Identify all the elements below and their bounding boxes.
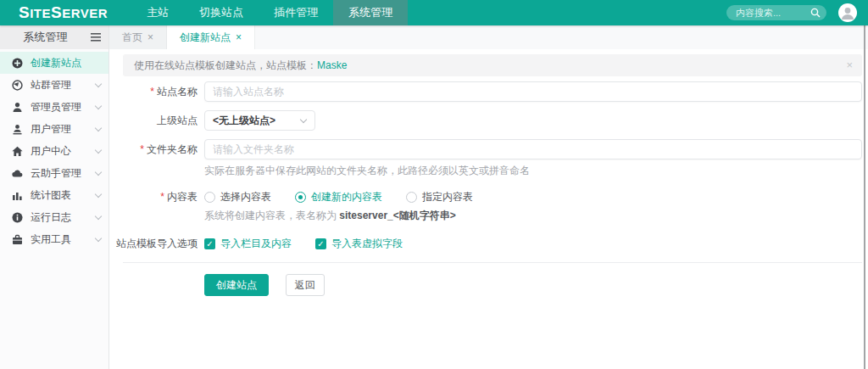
parent-site-value: <无上级站点> [213,115,275,126]
sidebar-item-user-center[interactable]: 用户中心 [0,140,108,162]
chevron-down-icon [300,116,307,123]
admin-user-icon [11,102,24,113]
folder-name-label: * 文件夹名称 [123,139,198,159]
checkbox-import-channels-content[interactable]: ✓ 导入栏目及内容 [204,237,292,251]
folder-name-help: 实际在服务器中保存此网站的文件夹名称，此路径必须以英文或拼音命名 [204,164,862,178]
user-avatar-icon [838,3,857,22]
checkbox-import-virtual-fields[interactable]: ✓ 导入表虚拟字段 [315,237,403,251]
sidebar-item-label: 用户中心 [31,144,71,159]
plus-circle-icon [11,58,24,69]
sidebar-header: 系统管理 [0,25,108,49]
sidebar-title: 系统管理 [0,30,91,45]
hamburger-icon[interactable] [91,33,101,42]
sidebar-item-create-site[interactable]: 创建新站点 [0,52,108,74]
sidebar-item-label: 运行日志 [31,210,71,225]
user-avatar[interactable] [838,3,857,22]
create-site-button[interactable]: 创建站点 [204,274,269,296]
chevron-down-icon [95,102,102,109]
template-info-banner: 使用在线站点模板创建站点，站点模板：Maske × [123,54,862,76]
sidebar-item-utilities[interactable]: 实用工具 [0,228,108,250]
chevron-down-icon [95,124,102,131]
radio-create-new-content-table[interactable]: 创建新的内容表 [295,190,382,204]
chevron-down-icon [95,146,102,153]
sidebar-item-admin-management[interactable]: 管理员管理 [0,96,108,118]
globe-icon [11,80,24,91]
content-table-label: * 内容表 [123,190,198,204]
nav-item-switch-site[interactable]: 切换站点 [184,0,259,25]
sidebar: 系统管理 创建新站点 站群管理 管理员管理 用户管理 [0,25,109,369]
sidebar-item-label: 实用工具 [31,232,71,247]
banner-text: 使用在线站点模板创建站点，站点模板： [134,59,317,71]
template-name-link[interactable]: Maske [317,59,347,71]
table-name-placeholder: siteserver_<随机字符串> [339,210,455,221]
tab-close-icon[interactable]: × [147,31,153,43]
logo-text-server: Server [51,3,108,22]
tab-label: 首页 [122,31,142,43]
sidebar-item-label: 用户管理 [31,122,71,137]
site-name-row: * 站点名称 [123,81,862,102]
content-table-row: * 内容表 选择内容表 创建新的内容表 [123,190,862,223]
parent-site-label: 上级站点 [123,114,198,128]
sidebar-menu: 创建新站点 站群管理 管理员管理 用户管理 用户中心 [0,49,108,250]
nav-item-plugin-management[interactable]: 插件管理 [259,0,333,25]
form-divider [123,262,862,263]
tab-close-icon[interactable]: × [236,31,242,43]
vertical-scrollbar[interactable] [864,25,865,369]
required-mark: * [160,191,164,203]
required-mark: * [140,143,144,155]
required-mark: * [150,86,154,98]
radio-icon [406,192,417,203]
banner-close-icon[interactable]: × [846,54,853,76]
main-area: 首页× 创建新站点× 使用在线站点模板创建站点，站点模板：Maske × * 站… [109,25,868,369]
nav-item-system-management[interactable]: 系统管理 [333,0,408,25]
site-name-input[interactable] [204,81,862,102]
checkbox-checked-icon: ✓ [315,238,326,249]
bar-chart-icon [11,190,24,201]
chevron-down-icon [95,234,102,241]
import-options-checkbox-group: ✓ 导入栏目及内容 ✓ 导入表虚拟字段 [204,237,862,251]
sidebar-item-site-group[interactable]: 站群管理 [0,74,108,96]
parent-site-select[interactable]: <无上级站点> [204,110,315,131]
chevron-down-icon [95,80,102,87]
radio-select-content-table[interactable]: 选择内容表 [204,190,271,204]
folder-name-row: * 文件夹名称 实际在服务器中保存此网站的文件夹名称，此路径必须以英文或拼音命名 [123,139,862,178]
sidebar-item-statistics[interactable]: 统计图表 [0,184,108,206]
sidebar-item-label: 管理员管理 [31,100,81,115]
home-icon [11,146,24,157]
tab-label: 创建新站点 [180,31,231,43]
tab-create-site[interactable]: 创建新站点× [167,25,255,49]
siteserver-logo[interactable]: SiteServer [19,3,108,22]
sidebar-item-user-management[interactable]: 用户管理 [0,118,108,140]
import-options-label: 站点模板导入选项 [123,237,198,251]
logo-text-site: Site [19,3,51,22]
chevron-down-icon [95,212,102,219]
content-search-box[interactable] [726,5,826,20]
radio-icon [204,192,215,203]
parent-site-row: 上级站点 <无上级站点> [123,110,862,131]
import-options-row: 站点模板导入选项 ✓ 导入栏目及内容 ✓ 导入表虚拟字段 [123,237,862,251]
tab-bar: 首页× 创建新站点× [109,25,868,49]
search-icon[interactable] [810,8,821,20]
cloud-icon [11,168,24,179]
sidebar-item-cloud-assistant[interactable]: 云助手管理 [0,162,108,184]
tab-home[interactable]: 首页× [109,25,167,49]
chevron-down-icon [95,190,102,197]
site-name-label: * 站点名称 [123,85,198,99]
briefcase-icon [11,234,24,245]
radio-specify-content-table[interactable]: 指定内容表 [406,190,473,204]
sidebar-item-label: 站群管理 [31,78,71,92]
checkbox-checked-icon: ✓ [204,238,215,249]
main-nav-menu: 主站 切换站点 插件管理 系统管理 [131,0,408,25]
folder-name-input[interactable] [204,139,862,159]
back-button[interactable]: 返回 [286,274,325,296]
sidebar-item-label: 云助手管理 [31,166,81,181]
sidebar-item-label: 创建新站点 [31,56,81,70]
info-circle-icon [11,212,24,223]
sidebar-item-label: 统计图表 [31,188,71,203]
content-table-radio-group: 选择内容表 创建新的内容表 指定内容表 [204,190,862,204]
nav-item-main-site[interactable]: 主站 [131,0,184,25]
content-table-help: 系统将创建内容表，表名称为 siteserver_<随机字符串> [204,209,862,223]
user-icon [11,124,24,135]
top-navbar: SiteServer 主站 切换站点 插件管理 系统管理 [0,0,868,25]
sidebar-item-run-log[interactable]: 运行日志 [0,206,108,228]
